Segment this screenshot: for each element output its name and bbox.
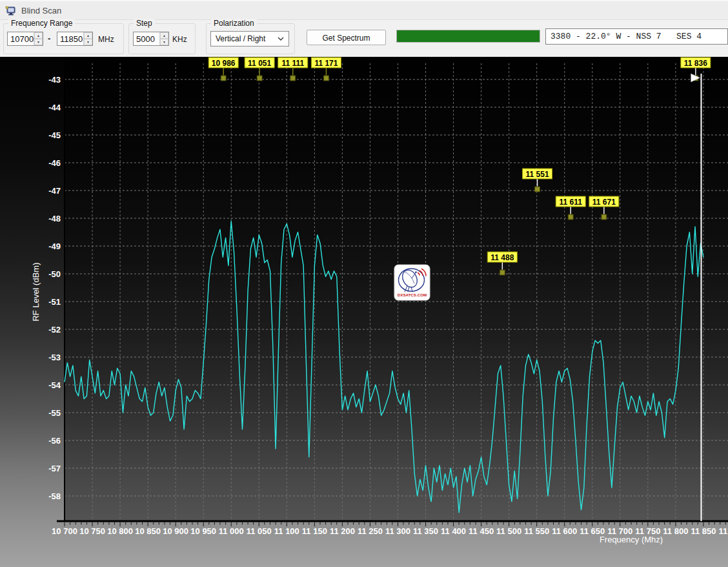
khz-unit-label: KHz xyxy=(172,35,187,44)
x-tick-label: 11 200 xyxy=(330,526,355,536)
polarization-label: Polarization xyxy=(211,19,257,28)
y-tick-label: -44 xyxy=(48,103,61,112)
y-tick-label: -55 xyxy=(48,408,61,418)
step-input[interactable] xyxy=(134,32,159,45)
y-tick-label: -54 xyxy=(48,380,61,390)
spin-up-icon[interactable]: ▲ xyxy=(84,32,92,39)
x-tick-label: 11 300 xyxy=(385,526,410,536)
spin-down-icon[interactable]: ▼ xyxy=(84,39,92,45)
y-tick-label: -48 xyxy=(48,214,61,223)
marker-square xyxy=(257,76,262,81)
satellite-info-field[interactable]: 3380 - 22.0° W - NSS 7 SES 4 xyxy=(545,28,728,45)
dxsatcs-logo-text: DXSATCS.COM xyxy=(398,293,427,297)
spectrum-chart-area[interactable]: 10 70010 75010 80010 85010 90010 95011 0… xyxy=(0,57,728,567)
step-label: Step xyxy=(134,19,155,28)
y-tick-label: -43 xyxy=(48,75,61,85)
chevron-down-icon xyxy=(278,37,284,41)
window-title: Blind Scan xyxy=(21,6,61,15)
dxsatcs-logo: DXSATCS.COM xyxy=(394,265,430,300)
y-tick-label: -56 xyxy=(48,436,61,446)
carrier-marker-label: 10 986 xyxy=(212,59,236,68)
scan-progress-bar xyxy=(396,30,540,43)
x-tick-label: 11 600 xyxy=(552,526,577,536)
y-tick-label: -57 xyxy=(48,464,61,473)
spin-down-icon[interactable]: ▼ xyxy=(160,39,168,45)
frequency-range-label: Frequency Range xyxy=(8,19,75,28)
blind-scan-icon xyxy=(5,5,16,16)
frequency-from-spinner: ▲ ▼ xyxy=(7,32,43,46)
scan-progress-fill xyxy=(397,30,540,42)
x-tick-label: 11 850 xyxy=(691,526,716,536)
x-tick-label: 11 400 xyxy=(441,526,466,536)
frequency-to-spin-buttons: ▲ ▼ xyxy=(83,32,92,45)
x-tick-label: 11 350 xyxy=(413,526,438,536)
x-tick-label: 10 700 xyxy=(52,526,77,536)
polarization-select[interactable]: Vertical / Right xyxy=(210,31,289,46)
y-tick-label: -52 xyxy=(48,325,61,335)
carrier-marker-label: 11 671 xyxy=(592,198,616,207)
marker-square xyxy=(290,76,296,81)
step-spin-buttons: ▲ ▼ xyxy=(159,32,168,45)
marker-square xyxy=(323,76,329,81)
frequency-from-spin-buttons: ▲ ▼ xyxy=(34,32,43,45)
x-tick-label: 11 800 xyxy=(663,526,688,536)
spectrum-chart: 10 70010 75010 80010 85010 90010 95011 0… xyxy=(0,57,728,567)
spin-up-icon[interactable]: ▲ xyxy=(160,32,168,39)
carrier-marker-label: 11 171 xyxy=(314,59,338,68)
carrier-marker-label: 11 551 xyxy=(526,170,549,179)
y-tick-label: -46 xyxy=(48,158,61,168)
x-tick-label: 10 800 xyxy=(107,526,133,536)
mhz-unit-label: MHz xyxy=(98,35,114,44)
y-tick-label: -45 xyxy=(48,130,61,140)
x-tick-label: 10 750 xyxy=(79,526,105,536)
blind-scan-window: Blind Scan Frequency Range Step Polariza… xyxy=(0,0,728,567)
carrier-marker-label: 11 488 xyxy=(490,253,514,262)
x-tick-label: 11 150 xyxy=(302,526,327,536)
spin-up-icon[interactable]: ▲ xyxy=(34,32,43,39)
frequency-to-input[interactable] xyxy=(57,32,83,45)
y-axis-title: RF Level (dBm) xyxy=(31,262,41,321)
frequency-from-input[interactable] xyxy=(8,32,34,45)
x-tick-label: 10 900 xyxy=(163,526,188,536)
y-tick-label: -51 xyxy=(48,297,61,307)
y-tick-label: -58 xyxy=(48,491,61,501)
y-tick-label: -53 xyxy=(48,353,61,362)
frequency-to-spinner: ▲ ▼ xyxy=(57,32,93,46)
x-tick-label: 11 450 xyxy=(469,526,494,536)
spin-down-icon[interactable]: ▼ xyxy=(34,39,43,45)
carrier-marker-label: 11 111 xyxy=(281,59,304,68)
marker-square xyxy=(221,76,226,81)
x-tick-label: 10 950 xyxy=(190,526,216,536)
carrier-marker-label: 11 051 xyxy=(248,59,271,68)
carrier-marker-label: 11 836 xyxy=(684,59,707,68)
x-tick-label: 11 100 xyxy=(274,526,299,536)
title-bar: Blind Scan xyxy=(0,0,728,19)
x-tick-label: 11 250 xyxy=(358,526,383,536)
range-separator: - xyxy=(48,34,50,43)
x-tick-label: 10 850 xyxy=(135,526,161,536)
x-tick-label: 11 550 xyxy=(524,526,549,536)
x-tick-label: 11 050 xyxy=(247,526,272,536)
marker-square xyxy=(602,214,607,220)
y-tick-label: -50 xyxy=(48,269,61,279)
x-tick-label: 11 900 xyxy=(718,526,728,536)
x-tick-label: 11 000 xyxy=(219,526,244,536)
marker-square xyxy=(568,214,573,220)
marker-square xyxy=(500,270,505,275)
y-tick-label: -49 xyxy=(48,242,61,251)
marker-square xyxy=(535,187,540,192)
carrier-marker-label: 11 611 xyxy=(559,198,582,207)
polarization-selected-value: Vertical / Right xyxy=(216,34,265,43)
get-spectrum-button[interactable]: Get Spectrum xyxy=(307,30,386,45)
x-axis-title: Frequency (Mhz) xyxy=(600,535,663,544)
x-tick-label: 11 500 xyxy=(496,526,521,536)
y-tick-label: -47 xyxy=(48,186,61,196)
step-spinner: ▲ ▼ xyxy=(133,32,169,46)
